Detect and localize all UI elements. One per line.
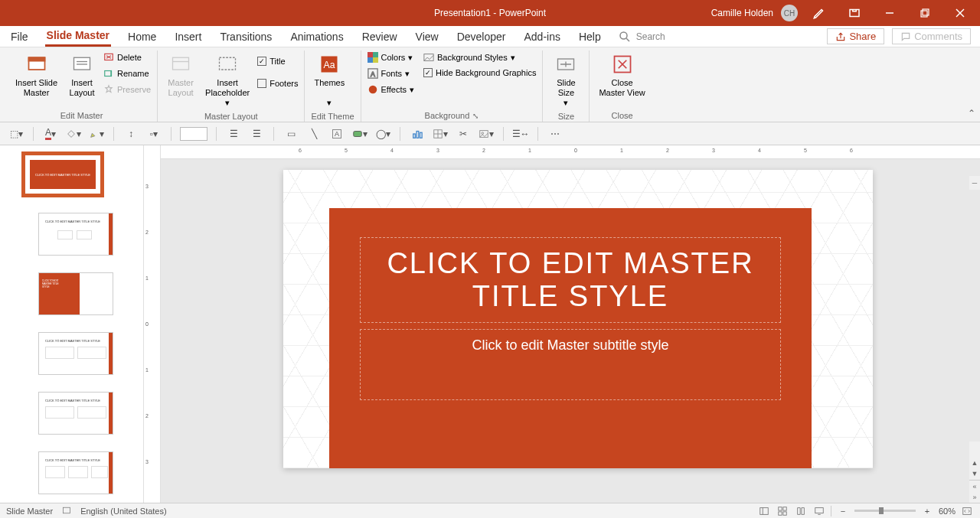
- tab-developer[interactable]: Developer: [456, 28, 508, 46]
- highlight-button[interactable]: ▾: [88, 125, 105, 142]
- picture-button[interactable]: ▾: [478, 125, 495, 142]
- rounded-rect-button[interactable]: ▾: [351, 125, 368, 142]
- tab-file[interactable]: File: [9, 28, 30, 46]
- comments-button[interactable]: Comments: [892, 28, 971, 44]
- close-button[interactable]: [946, 0, 974, 26]
- reading-view-button[interactable]: [794, 505, 808, 517]
- scroll-up-icon[interactable]: ▲: [970, 458, 980, 468]
- slide-canvas[interactable]: CLICK TO EDIT MASTER TITLE STYLE Click t…: [283, 170, 873, 468]
- background-dialog-launcher[interactable]: ⤡: [472, 112, 479, 120]
- slide-size-button[interactable]: Slide Size ▾: [549, 50, 583, 110]
- tab-slide-master[interactable]: Slide Master: [45, 26, 111, 47]
- selection-pane-button[interactable]: ☰↔: [512, 125, 529, 142]
- ribbon-display-icon[interactable]: [841, 0, 868, 26]
- zoom-slider[interactable]: [854, 510, 916, 512]
- canvas-extras: ─: [969, 176, 980, 190]
- zoom-out-button[interactable]: −: [836, 505, 850, 517]
- thumbnail-layout-3[interactable]: CLICK TO EDIT MASTER TITLE STYLE: [38, 332, 113, 375]
- colors-button[interactable]: Colors ▾: [368, 50, 414, 64]
- hruler-tick: 2: [482, 148, 485, 153]
- group-edit-master: Insert Slide Master Insert Layout Delete…: [6, 50, 158, 122]
- splitter-handle[interactable]: ─: [969, 179, 980, 187]
- align-right-button[interactable]: ☰: [248, 125, 265, 142]
- vruler-tick: 1: [145, 275, 149, 281]
- align-dropdown[interactable]: ⬚▾: [8, 125, 24, 142]
- thumbnail-master[interactable]: CLICK TO EDIT MASTER TITLE STYLE: [23, 153, 103, 196]
- tab-addins[interactable]: Add-ins: [522, 28, 561, 46]
- tab-view[interactable]: View: [414, 28, 440, 46]
- thumb-title: CLICK TO EDIT MASTER TITLE STYLE: [42, 279, 62, 288]
- master-title-placeholder[interactable]: CLICK TO EDIT MASTER TITLE STYLE: [360, 237, 781, 323]
- svg-rect-37: [420, 132, 423, 138]
- circle-button[interactable]: ◯▾: [374, 125, 391, 142]
- tab-insert[interactable]: Insert: [173, 28, 203, 46]
- align-left-button[interactable]: ☰: [225, 125, 242, 142]
- crop-button[interactable]: ✂: [455, 125, 472, 142]
- search-label: Search: [636, 31, 665, 42]
- svg-rect-36: [416, 131, 419, 138]
- collapse-ribbon-icon[interactable]: ⌃: [968, 108, 975, 119]
- slide-content-box: CLICK TO EDIT MASTER TITLE STYLE Click t…: [329, 208, 812, 468]
- pen-icon[interactable]: [805, 0, 833, 26]
- thumbnail-layout-5[interactable]: CLICK TO EDIT MASTER TITLE STYLE: [38, 451, 113, 494]
- fit-to-window-button[interactable]: [960, 505, 974, 517]
- tab-help[interactable]: Help: [577, 28, 603, 46]
- minimize-button[interactable]: [876, 0, 903, 26]
- user-name[interactable]: Camille Holden: [711, 8, 773, 18]
- rectangle-shape-button[interactable]: ▭: [283, 125, 299, 142]
- next-slide-icon[interactable]: »: [971, 492, 978, 503]
- fonts-button[interactable]: AFonts ▾: [368, 67, 414, 80]
- svg-rect-47: [783, 507, 786, 510]
- svg-point-42: [482, 132, 484, 134]
- tab-transitions[interactable]: Transitions: [218, 28, 273, 46]
- tab-animations[interactable]: Animations: [289, 28, 345, 46]
- accessibility-icon[interactable]: [62, 506, 71, 516]
- tell-me-search[interactable]: Search: [618, 30, 665, 44]
- share-button[interactable]: Share: [827, 28, 884, 44]
- delete-button[interactable]: Delete: [103, 50, 151, 64]
- rename-button[interactable]: Rename: [103, 67, 151, 80]
- title-checkbox[interactable]: ✓Title: [257, 55, 298, 67]
- preserve-button[interactable]: Preserve: [103, 83, 151, 96]
- slide-canvas-area[interactable]: 6 5 4 3 2 1 0 1 2 3 4 5 6 CLICK TO EDIT …: [161, 145, 980, 503]
- normal-view-button[interactable]: [757, 505, 771, 517]
- shape-fill-swatch[interactable]: [180, 127, 207, 141]
- vertical-scrollbar[interactable]: ▲ ▼ « »: [969, 441, 980, 503]
- chart-button[interactable]: [409, 125, 426, 142]
- thumbnail-layout-1[interactable]: CLICK TO EDIT MASTER TITLE STYLE: [38, 213, 113, 256]
- hide-bg-checkbox[interactable]: ✓Hide Background Graphics: [423, 67, 536, 79]
- effects-button[interactable]: Effects ▾: [368, 83, 414, 96]
- status-language[interactable]: English (United States): [80, 507, 167, 516]
- fill-color-button[interactable]: ▾: [65, 125, 82, 142]
- zoom-in-button[interactable]: +: [920, 505, 934, 517]
- insert-slide-master-button[interactable]: Insert Slide Master: [12, 50, 60, 99]
- user-avatar[interactable]: CH: [781, 5, 798, 21]
- title-check-label: Title: [270, 57, 285, 66]
- svg-rect-50: [815, 507, 824, 513]
- table-button[interactable]: ▾: [432, 125, 449, 142]
- tab-review[interactable]: Review: [361, 28, 399, 46]
- insert-layout-button[interactable]: Insert Layout: [65, 50, 99, 99]
- sort-button[interactable]: ↕: [122, 125, 139, 142]
- font-color-button[interactable]: A▾: [42, 125, 59, 142]
- slide-sorter-button[interactable]: [776, 505, 789, 517]
- more-button[interactable]: ⋯: [547, 125, 564, 142]
- master-subtitle-placeholder[interactable]: Click to edit Master subtitle style: [360, 329, 781, 400]
- thumbnail-layout-4[interactable]: CLICK TO EDIT MASTER TITLE STYLE: [38, 392, 113, 435]
- maximize-button[interactable]: [911, 0, 939, 26]
- themes-button[interactable]: Aa Themes▾: [311, 50, 348, 110]
- slideshow-button[interactable]: [812, 505, 826, 517]
- close-master-view-button[interactable]: Close Master View: [596, 50, 648, 99]
- zoom-level[interactable]: 60%: [939, 507, 956, 516]
- textbox-button[interactable]: A: [328, 125, 345, 142]
- prev-slide-icon[interactable]: «: [971, 481, 978, 492]
- slide-thumbnail-panel[interactable]: CLICK TO EDIT MASTER TITLE STYLE CLICK T…: [0, 145, 144, 503]
- insert-placeholder-button[interactable]: Insert Placeholder ▾: [202, 50, 253, 110]
- tab-home[interactable]: Home: [126, 28, 158, 46]
- scroll-down-icon[interactable]: ▼: [970, 468, 980, 479]
- footers-checkbox[interactable]: Footers: [257, 77, 298, 90]
- thumbnail-layout-2[interactable]: CLICK TO EDIT MASTER TITLE STYLE: [38, 272, 113, 315]
- background-styles-button[interactable]: Background Styles ▾: [423, 50, 536, 64]
- line-shape-button[interactable]: ╲: [305, 125, 322, 142]
- arrange-button[interactable]: ▫▾: [145, 125, 162, 142]
